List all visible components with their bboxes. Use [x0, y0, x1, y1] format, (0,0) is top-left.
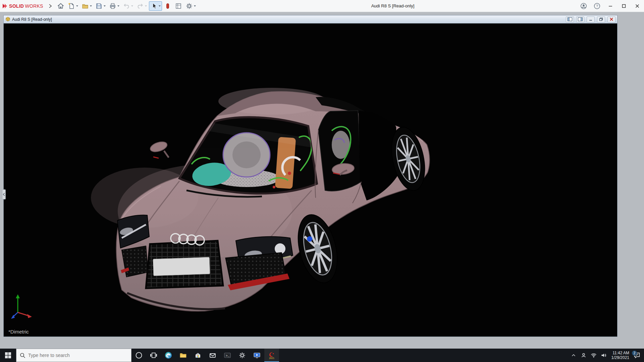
edge-button[interactable]	[161, 349, 176, 362]
people-icon	[580, 352, 587, 359]
undo-dropdown-caret[interactable]	[131, 5, 133, 7]
document-close-button[interactable]	[607, 16, 615, 22]
redo-icon	[137, 2, 144, 10]
select-arrow-icon	[150, 2, 158, 10]
task-view-icon	[150, 351, 158, 359]
media-player-button[interactable]	[250, 349, 264, 362]
task-view-button[interactable]	[146, 349, 161, 362]
redo-dropdown-caret[interactable]	[145, 5, 147, 7]
volume-tray-button[interactable]	[599, 349, 609, 362]
close-icon	[609, 17, 613, 21]
help-button[interactable]: ?	[590, 0, 604, 12]
audi-r8-3d-model	[4, 23, 617, 337]
network-tray-button[interactable]	[589, 349, 599, 362]
chevron-left-icon	[3, 193, 5, 196]
options-button[interactable]	[184, 1, 197, 11]
tray-overflow-button[interactable]	[569, 349, 579, 362]
open-button[interactable]	[80, 1, 93, 11]
microsoft-store-icon	[194, 351, 202, 359]
clock-time: 11:42 AM	[611, 351, 629, 355]
wifi-icon	[590, 352, 597, 359]
print-button[interactable]	[108, 1, 121, 11]
terminal-icon: >_	[223, 351, 231, 359]
speaker-icon	[600, 352, 607, 359]
pane-right-toggle-button[interactable]	[576, 16, 584, 22]
minimize-icon	[589, 18, 593, 21]
new-document-dropdown-caret[interactable]	[76, 5, 78, 7]
help-icon: ?	[593, 2, 601, 10]
save-dropdown-caret[interactable]	[104, 5, 106, 7]
home-icon	[57, 2, 64, 10]
svg-text:2021: 2021	[269, 357, 274, 359]
action-center-button[interactable]: 2	[632, 349, 642, 362]
settings-gear-icon	[238, 351, 246, 359]
red-capsule-icon	[164, 2, 171, 10]
solidworks-taskbar-button[interactable]: 2021	[264, 349, 279, 362]
feature-tree-expander[interactable]	[2, 189, 6, 199]
search-icon	[20, 353, 25, 358]
document-titlebar[interactable]: Audi R8 S [Read-only]	[4, 15, 617, 23]
orientation-triad	[11, 294, 32, 319]
taskbar-clock[interactable]: 11:42 AM 1/29/2021	[609, 351, 632, 360]
options-dropdown-caret[interactable]	[194, 5, 196, 7]
file-explorer-button[interactable]	[176, 349, 191, 362]
app-window-title: Audi R8 S [Read-only]	[371, 3, 415, 8]
undo-button[interactable]	[121, 1, 135, 11]
minimize-button[interactable]	[604, 0, 617, 12]
taskbar-search[interactable]	[16, 349, 131, 362]
document-minimize-button[interactable]	[587, 16, 595, 22]
chevron-up-icon	[571, 352, 577, 358]
edge-browser-icon	[164, 351, 172, 359]
brand-text-works: WORKS	[25, 3, 43, 9]
graphics-viewport[interactable]: *Dimetric	[4, 23, 617, 337]
save-icon	[95, 2, 103, 10]
start-button[interactable]	[0, 349, 16, 362]
brand-text-solid: SOLID	[9, 3, 24, 9]
xpress-tools-button[interactable]	[163, 1, 173, 11]
view-orientation-label: *Dimetric	[8, 329, 29, 335]
mail-button[interactable]	[205, 349, 220, 362]
open-folder-icon	[82, 2, 89, 10]
file-explorer-icon	[179, 351, 187, 359]
select-tool-button[interactable]	[149, 1, 162, 11]
new-document-button[interactable]	[66, 1, 79, 11]
home-button[interactable]	[56, 1, 66, 11]
store-button[interactable]	[191, 349, 205, 362]
pane-left-toggle-button[interactable]	[566, 16, 574, 22]
mail-icon	[209, 351, 217, 359]
restore-icon	[599, 17, 603, 21]
windows-logo-icon	[5, 352, 11, 359]
open-dropdown-caret[interactable]	[90, 5, 92, 7]
assembly-file-icon	[5, 17, 10, 22]
redo-button[interactable]	[135, 1, 148, 11]
maximize-button[interactable]	[617, 0, 631, 12]
print-dropdown-caret[interactable]	[117, 5, 119, 7]
minimize-icon	[608, 4, 613, 8]
pane-right-icon	[578, 17, 583, 21]
undo-icon	[123, 2, 130, 10]
select-tool-dropdown-caret[interactable]	[159, 5, 161, 7]
close-button[interactable]	[631, 0, 644, 12]
people-tray-button[interactable]	[579, 349, 589, 362]
toolbar-expander-button[interactable]	[46, 1, 55, 11]
user-account-icon	[580, 2, 587, 10]
new-document-icon	[68, 2, 75, 10]
media-player-icon	[253, 351, 261, 359]
close-icon	[635, 4, 640, 8]
cortana-icon	[135, 352, 143, 359]
pane-left-icon	[568, 17, 572, 21]
settings-button[interactable]	[235, 349, 250, 362]
account-button[interactable]	[577, 0, 590, 12]
save-button[interactable]	[94, 1, 107, 11]
svg-text:>_: >_	[226, 354, 229, 358]
search-input[interactable]	[28, 353, 122, 358]
document-restore-button[interactable]	[597, 16, 605, 22]
taskbar: >_ 2021	[0, 349, 644, 362]
terminal-button[interactable]: >_	[220, 349, 235, 362]
print-icon	[109, 2, 116, 10]
cortana-button[interactable]	[131, 349, 146, 362]
solidworks-logo: SOLID WORKS	[2, 3, 43, 9]
solidworks-app-icon: 2021	[267, 351, 276, 360]
sheet-format-button[interactable]	[173, 1, 183, 11]
document-title: Audi R8 S [Read-only]	[12, 17, 564, 22]
